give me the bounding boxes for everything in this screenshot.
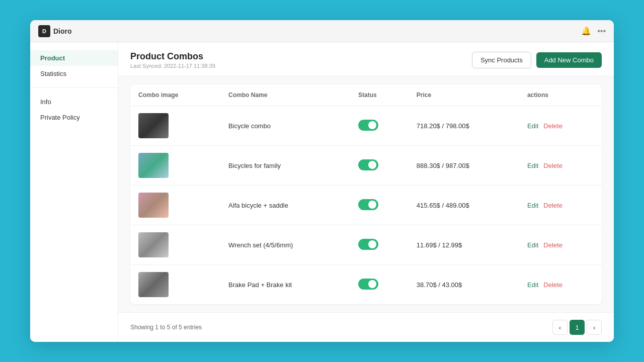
- showing-text: Showing 1 to 5 of 5 entries: [130, 324, 202, 331]
- sync-products-button[interactable]: Sync Products: [472, 52, 531, 68]
- next-page-button[interactable]: ›: [587, 320, 602, 335]
- table-row: Bicycles for family888.30$ / 987.00$Edit…: [130, 146, 602, 186]
- cell-status: [350, 265, 409, 305]
- cell-price: 38.70$ / 43.00$: [409, 265, 519, 305]
- cell-image: [130, 186, 220, 225]
- brand-name: Dioro: [53, 27, 72, 35]
- table-row: Bicycle combo718.20$ / 798.00$EditDelete: [130, 106, 602, 146]
- delete-button-4[interactable]: Delete: [543, 241, 562, 249]
- cell-price: 11.69$ / 12.99$: [409, 225, 519, 265]
- combo-image-3: [138, 193, 169, 218]
- toggle-status-1[interactable]: [358, 120, 378, 131]
- sidebar-item-product[interactable]: Product: [30, 50, 118, 66]
- combo-image-2: [138, 153, 169, 178]
- edit-button-5[interactable]: Edit: [527, 281, 538, 289]
- notification-icon[interactable]: 🔔: [581, 26, 591, 36]
- edit-button-2[interactable]: Edit: [527, 162, 538, 169]
- cell-actions: EditDelete: [519, 225, 602, 265]
- cell-status: [350, 146, 409, 186]
- cell-actions: EditDelete: [519, 146, 602, 186]
- cell-price: 888.30$ / 987.00$: [409, 146, 519, 186]
- prev-page-button[interactable]: ‹: [552, 320, 568, 335]
- table-row: Brake Pad + Brake kit38.70$ / 43.00$Edit…: [130, 265, 602, 305]
- sidebar-item-privacy[interactable]: Private Policy: [30, 110, 118, 125]
- col-image: Combo image: [130, 84, 220, 106]
- cell-name: Bicycles for family: [220, 146, 350, 186]
- sidebar: Product Statistics Info Private Policy: [30, 42, 118, 342]
- cell-image: [130, 265, 220, 305]
- table-footer: Showing 1 to 5 of 5 entries ‹ 1 ›: [118, 312, 614, 342]
- page-title: Product Combos: [130, 51, 215, 62]
- browser-actions: 🔔 •••: [581, 26, 606, 36]
- main-header: Product Combos Last Synced: 2022-11-17 1…: [118, 42, 614, 76]
- delete-button-3[interactable]: Delete: [543, 202, 562, 209]
- col-status: Status: [350, 84, 409, 106]
- table-header-row: Combo image Combo Name Status Price acti…: [130, 84, 602, 106]
- sidebar-divider: [30, 87, 118, 88]
- table-row: Wrench set (4/5/6mm)11.69$ / 12.99$EditD…: [130, 225, 602, 265]
- cell-actions: EditDelete: [519, 106, 602, 146]
- cell-image: [130, 225, 220, 265]
- cell-image: [130, 106, 220, 146]
- col-name: Combo Name: [220, 84, 350, 106]
- toggle-status-4[interactable]: [358, 239, 378, 250]
- cell-actions: EditDelete: [519, 265, 602, 305]
- combo-image-1: [138, 113, 169, 138]
- browser-body: Product Statistics Info Private Policy P…: [30, 42, 614, 342]
- combo-image-5: [138, 272, 169, 297]
- edit-button-1[interactable]: Edit: [527, 122, 538, 130]
- sidebar-item-info[interactable]: Info: [30, 94, 118, 110]
- toggle-status-3[interactable]: [358, 199, 378, 210]
- cell-name: Brake Pad + Brake kit: [220, 265, 350, 305]
- sidebar-item-statistics[interactable]: Statistics: [30, 66, 118, 81]
- cell-status: [350, 225, 409, 265]
- toggle-status-2[interactable]: [358, 159, 378, 170]
- cell-image: [130, 146, 220, 186]
- pagination: ‹ 1 ›: [552, 320, 602, 335]
- table-container: Combo image Combo Name Status Price acti…: [118, 76, 614, 312]
- title-block: Product Combos Last Synced: 2022-11-17 1…: [130, 51, 215, 69]
- app-logo: D Dioro: [38, 25, 72, 37]
- cell-name: Alfa bicycle + saddle: [220, 186, 350, 225]
- page-1-button[interactable]: 1: [570, 320, 585, 335]
- cell-status: [350, 186, 409, 225]
- combo-table: Combo image Combo Name Status Price acti…: [130, 84, 602, 304]
- header-actions: Sync Products Add New Combo: [472, 52, 602, 68]
- edit-button-3[interactable]: Edit: [527, 202, 538, 209]
- cell-name: Bicycle combo: [220, 106, 350, 146]
- cell-price: 718.20$ / 798.00$: [409, 106, 519, 146]
- more-options-icon[interactable]: •••: [597, 27, 606, 36]
- last-synced: Last Synced: 2022-11-17 11:38:39: [130, 63, 215, 69]
- delete-button-1[interactable]: Delete: [543, 122, 562, 130]
- cell-price: 415.65$ / 489.00$: [409, 186, 519, 225]
- browser-window: D Dioro 🔔 ••• Product Statistics Info Pr…: [30, 20, 614, 342]
- edit-button-4[interactable]: Edit: [527, 241, 538, 249]
- toggle-status-5[interactable]: [358, 279, 378, 290]
- col-actions: actions: [519, 84, 602, 106]
- cell-actions: EditDelete: [519, 186, 602, 225]
- main-content: Product Combos Last Synced: 2022-11-17 1…: [118, 42, 614, 342]
- logo-icon: D: [38, 25, 50, 37]
- col-price: Price: [409, 84, 519, 106]
- table-row: Alfa bicycle + saddle415.65$ / 489.00$Ed…: [130, 186, 602, 225]
- cell-name: Wrench set (4/5/6mm): [220, 225, 350, 265]
- delete-button-2[interactable]: Delete: [543, 162, 562, 169]
- add-new-combo-button[interactable]: Add New Combo: [536, 52, 602, 68]
- delete-button-5[interactable]: Delete: [543, 281, 562, 289]
- browser-topbar: D Dioro 🔔 •••: [30, 20, 614, 42]
- combo-image-4: [138, 232, 169, 257]
- cell-status: [350, 106, 409, 146]
